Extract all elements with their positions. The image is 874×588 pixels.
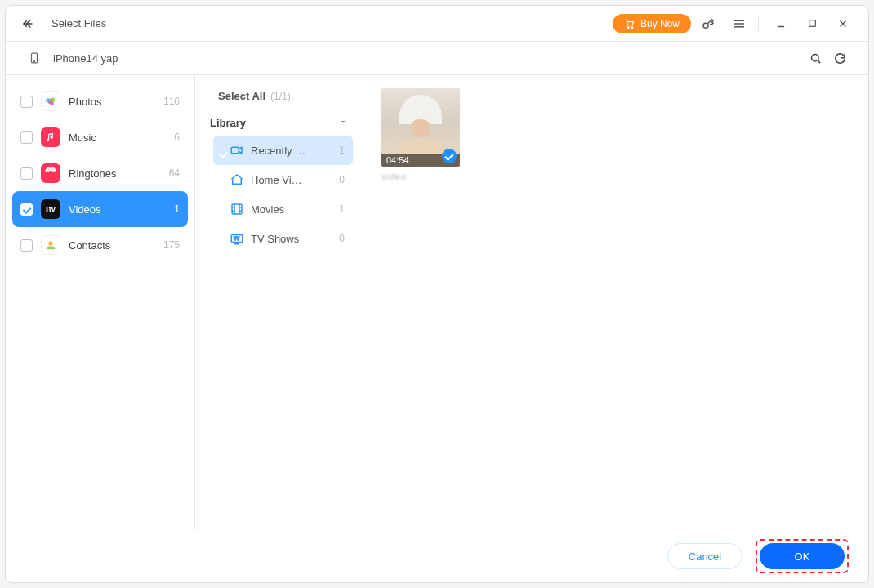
device-bar: iPhone14 yap — [6, 42, 868, 74]
checkbox[interactable] — [20, 131, 33, 144]
library-item-count: 1 — [339, 203, 345, 215]
library-item-count: 1 — [339, 145, 345, 156]
svg-rect-12 — [231, 147, 239, 154]
device-name: iPhone14 yap — [53, 52, 118, 65]
category-count: 64 — [169, 167, 180, 179]
film-icon — [230, 202, 244, 216]
checkbox[interactable] — [20, 96, 33, 108]
select-all-fraction: (1/1) — [270, 91, 291, 102]
ok-button[interactable]: OK — [760, 543, 845, 569]
thumbnail-filename: video — [381, 172, 850, 181]
category-ringtones[interactable]: Ringtones 64 — [12, 155, 188, 191]
music-icon — [41, 127, 60, 147]
svg-point-10 — [50, 101, 54, 105]
checkbox[interactable] — [20, 167, 33, 180]
select-all-row[interactable]: Select All (1/1) — [205, 87, 353, 105]
category-count: 1 — [174, 203, 180, 215]
category-videos[interactable]: tv Videos 1 — [12, 191, 188, 227]
photos-icon — [41, 91, 60, 111]
library-item-label: TV Shows — [251, 233, 339, 245]
divider — [758, 16, 759, 31]
key-icon[interactable] — [694, 12, 722, 35]
checkbox[interactable] — [20, 239, 33, 252]
library-item-home-videos[interactable]: Home Vi… 0 — [213, 165, 353, 194]
category-count: 6 — [174, 131, 180, 143]
main-area: Photos 116 Music 6 Ringtones 64 — [6, 74, 868, 530]
category-sidebar: Photos 116 Music 6 Ringtones 64 — [6, 75, 195, 530]
library-header[interactable]: Library — [205, 105, 353, 136]
ringtones-icon — [41, 163, 60, 183]
library-item-label: Home Vi… — [251, 174, 339, 186]
svg-point-9 — [51, 97, 55, 101]
library-item-label: Movies — [251, 203, 339, 216]
category-photos[interactable]: Photos 116 — [12, 83, 188, 119]
library-item-label: Recently … — [251, 145, 339, 157]
phone-icon — [22, 47, 47, 69]
category-count: 175 — [163, 239, 180, 251]
svg-point-11 — [48, 241, 52, 245]
library-item-count: 0 — [339, 174, 345, 185]
svg-point-1 — [631, 26, 633, 28]
library-header-label: Library — [210, 117, 246, 129]
category-contacts[interactable]: Contacts 175 — [12, 227, 188, 263]
cancel-button[interactable]: Cancel — [667, 543, 742, 569]
category-music[interactable]: Music 6 — [12, 119, 188, 155]
select-all-label: Select All — [218, 90, 265, 102]
search-icon[interactable] — [803, 47, 827, 69]
svg-rect-13 — [232, 204, 242, 214]
category-label: Videos — [69, 203, 174, 216]
category-label: Contacts — [69, 239, 163, 252]
category-count: 116 — [163, 96, 180, 107]
close-button[interactable] — [829, 12, 857, 35]
svg-point-6 — [811, 54, 818, 61]
back-button[interactable] — [17, 12, 40, 35]
svg-text:TV: TV — [234, 236, 239, 241]
contacts-icon — [41, 235, 60, 255]
videos-icon: tv — [41, 199, 60, 219]
category-label: Ringtones — [69, 167, 169, 180]
thumbnail-selected-icon — [442, 149, 457, 163]
ok-highlight: OK — [756, 539, 849, 573]
svg-point-0 — [627, 26, 629, 28]
footer: Cancel OK — [6, 530, 868, 582]
camera-icon — [230, 143, 244, 158]
minimize-button[interactable] — [767, 12, 795, 35]
checkbox[interactable] — [20, 203, 33, 216]
cancel-label: Cancel — [689, 550, 721, 563]
tv-icon: TV — [230, 231, 244, 246]
library-item-tv-shows[interactable]: TV TV Shows 0 — [213, 224, 353, 253]
svg-rect-3 — [809, 20, 815, 27]
buy-now-label: Buy Now — [640, 18, 680, 29]
library-item-recently[interactable]: Recently … 1 — [213, 136, 353, 165]
menu-icon[interactable] — [725, 12, 753, 35]
svg-point-8 — [46, 98, 50, 102]
app-window: Select Files Buy Now — [5, 5, 869, 583]
library-panel: Select All (1/1) Library Recently … 1 — [195, 75, 363, 530]
library-item-movies[interactable]: Movies 1 — [213, 194, 353, 224]
chevron-down-icon — [338, 117, 348, 129]
content-area: 04:54 video — [363, 75, 868, 530]
buy-now-button[interactable]: Buy Now — [613, 14, 691, 33]
category-label: Photos — [69, 96, 163, 108]
video-thumbnail[interactable]: 04:54 — [381, 88, 460, 167]
home-icon — [230, 172, 244, 187]
library-item-count: 0 — [339, 233, 345, 244]
refresh-icon[interactable] — [827, 47, 852, 69]
svg-point-2 — [703, 23, 708, 28]
ok-label: OK — [795, 550, 810, 563]
titlebar: Select Files Buy Now — [6, 6, 868, 42]
category-label: Music — [69, 131, 174, 144]
window-title: Select Files — [51, 17, 106, 29]
maximize-button[interactable] — [798, 12, 826, 35]
svg-point-5 — [33, 61, 34, 62]
